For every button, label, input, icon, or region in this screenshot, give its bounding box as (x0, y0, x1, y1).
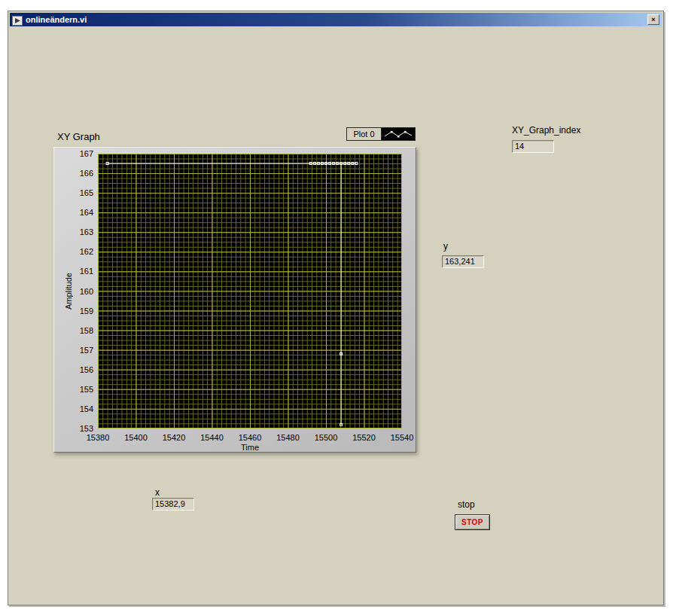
plot-line-svg (98, 154, 402, 428)
x-tick-label: 15460 (231, 433, 269, 442)
x-tick-label: 15420 (155, 433, 193, 442)
xy-graph-index-label: XY_Graph_index (512, 125, 580, 136)
x-indicator-label: x (155, 487, 160, 498)
close-icon: × (651, 16, 655, 23)
graph-label: XY Graph (57, 131, 100, 142)
x-tick-label: 15380 (79, 433, 117, 442)
xy-graph-index-value: 14 (512, 140, 554, 153)
stop-button[interactable]: STOP (455, 514, 490, 530)
x-tick-label: 15520 (346, 433, 383, 442)
x-tick-label: 15540 (383, 433, 421, 442)
labview-window: onlineändern.vi × XY Graph Plot 0 Amplit… (8, 11, 664, 605)
y-indicator-label: y (443, 241, 448, 252)
plot-area (98, 154, 402, 428)
plot-legend-name: Plot 0 (346, 127, 382, 141)
close-button[interactable]: × (647, 14, 659, 25)
x-tick-label: 15440 (193, 433, 231, 442)
plot-legend-icon (382, 127, 416, 141)
y-indicator-value: 163,241 (442, 255, 484, 268)
plot-legend[interactable]: Plot 0 (346, 127, 416, 141)
window-titlebar[interactable]: onlineändern.vi × (10, 13, 662, 26)
front-panel: XY Graph Plot 0 Amplitude 15315415515615… (10, 26, 663, 605)
y-axis-title: Amplitude (63, 154, 74, 428)
labview-vi-icon (12, 15, 23, 25)
stop-label: stop (458, 499, 475, 510)
x-axis-title: Time (98, 443, 402, 452)
x-indicator-value: 15382,9 (152, 498, 194, 511)
xy-graph: Amplitude 153154155156157158159160161162… (53, 147, 416, 453)
window-title: onlineändern.vi (26, 13, 87, 26)
x-tick-label: 15400 (117, 433, 155, 442)
x-tick-label: 15480 (269, 433, 307, 442)
x-tick-label: 15500 (307, 433, 345, 442)
